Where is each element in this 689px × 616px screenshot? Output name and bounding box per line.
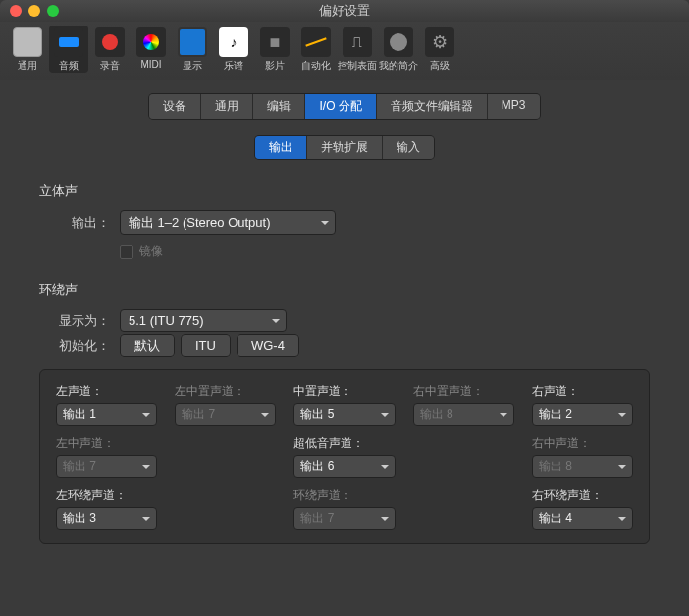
automation-icon — [301, 27, 331, 57]
toolbar-label: 录音 — [100, 59, 120, 73]
channel-select[interactable]: 输出 5 — [293, 403, 395, 426]
advanced-icon: ⚙ — [425, 27, 454, 57]
surface-icon: ⎍ — [343, 27, 372, 57]
channel-12: 环绕声道：输出 7 — [293, 488, 395, 530]
channel-5: 左中声道：输出 7 — [56, 436, 157, 478]
channel-select: 输出 7 — [293, 507, 395, 530]
showas-select[interactable]: 5.1 (ITU 775) — [120, 309, 287, 332]
toolbar-label: 显示 — [183, 59, 202, 73]
tab-main-0[interactable]: 设备 — [149, 94, 201, 119]
channel-select: 输出 7 — [175, 403, 276, 426]
subtabs-io: 输出并轨扩展输入 — [255, 136, 434, 159]
channel-label: 右中声道： — [532, 436, 633, 452]
display-icon — [178, 27, 207, 57]
toolbar-label: 自动化 — [301, 59, 331, 73]
init-buttons: 默认ITUWG-4 — [120, 337, 299, 355]
window-title: 偏好设置 — [0, 2, 689, 20]
stereo-output-select[interactable]: 输出 1–2 (Stereo Output) — [120, 210, 336, 235]
preferences-window: 偏好设置 通用音频录音MIDI显示♪乐谱■影片自动化⎍控制表面我的简介⚙高级 设… — [0, 0, 689, 616]
channel-3: 右中置声道：输出 8 — [413, 384, 514, 426]
channel-10: 左环绕声道：输出 3 — [56, 488, 157, 530]
tab-main-1[interactable]: 通用 — [201, 94, 253, 119]
titlebar: 偏好设置 — [0, 0, 689, 22]
channel-select: 输出 8 — [532, 455, 633, 478]
toolbar-item-record[interactable]: 录音 — [90, 26, 130, 73]
toolbar-item-surface[interactable]: ⎍控制表面 — [338, 26, 377, 73]
tab-main-4[interactable]: 音频文件编辑器 — [377, 94, 488, 119]
toolbar-item-profile[interactable]: 我的简介 — [379, 26, 418, 73]
tab-io-1[interactable]: 并轨扩展 — [307, 136, 383, 159]
stereo-output-row: 输出： 输出 1–2 (Stereo Output) — [39, 210, 650, 235]
toolbar-label: 通用 — [18, 59, 37, 73]
channel-4: 右声道：输出 2 — [532, 384, 633, 426]
audio-icon — [54, 27, 83, 57]
toolbar-item-score[interactable]: ♪乐谱 — [214, 26, 253, 73]
toolbar-label: 我的简介 — [379, 59, 418, 73]
channel-label: 右声道： — [532, 384, 633, 400]
tabrow-sub: 输出并轨扩展输入 — [0, 136, 689, 159]
channel-label: 左声道： — [56, 384, 157, 400]
general-icon — [13, 27, 42, 57]
channel-select: 输出 7 — [56, 455, 157, 478]
toolbar-label: 高级 — [430, 59, 450, 73]
tab-io-2[interactable]: 输入 — [383, 136, 434, 159]
toolbar-label: MIDI — [140, 59, 161, 70]
channel-14: 右环绕声道：输出 4 — [532, 488, 633, 530]
mirror-label: 镜像 — [139, 243, 163, 260]
channel-select: 输出 8 — [413, 403, 514, 426]
init-button-0[interactable]: 默认 — [120, 334, 175, 357]
channel-label: 左中声道： — [56, 436, 157, 452]
content: 立体声 输出： 输出 1–2 (Stereo Output) 镜像 环绕声 显示… — [0, 159, 689, 616]
init-button-1[interactable]: ITU — [181, 334, 231, 357]
init-label: 初始化： — [39, 337, 110, 355]
channel-label: 超低音声道： — [293, 436, 395, 452]
record-icon — [95, 27, 125, 57]
tab-main-5[interactable]: MP3 — [488, 94, 540, 119]
init-row: 初始化： 默认ITUWG-4 — [39, 337, 650, 355]
score-icon: ♪ — [219, 27, 248, 57]
channel-1: 左中置声道：输出 7 — [175, 384, 276, 426]
subtabs-main: 设备通用编辑I/O 分配音频文件编辑器MP3 — [149, 94, 539, 119]
mirror-row: 镜像 — [120, 243, 650, 260]
channel-label: 左环绕声道： — [56, 488, 157, 504]
channel-assignment-box: 左声道：输出 1左中置声道：输出 7中置声道：输出 5右中置声道：输出 8右声道… — [39, 369, 650, 544]
channel-label: 右中置声道： — [413, 384, 514, 400]
toolbar-item-advanced[interactable]: ⚙高级 — [420, 26, 459, 73]
showas-label: 显示为： — [39, 312, 110, 330]
mirror-checkbox[interactable] — [120, 245, 133, 259]
channel-7: 超低音声道：输出 6 — [293, 436, 395, 478]
channel-grid: 左声道：输出 1左中置声道：输出 7中置声道：输出 5右中置声道：输出 8右声道… — [56, 384, 633, 530]
init-button-2[interactable]: WG-4 — [237, 334, 299, 357]
toolbar-label: 控制表面 — [338, 59, 377, 73]
showas-row: 显示为： 5.1 (ITU 775) — [39, 309, 650, 332]
profile-icon — [384, 27, 413, 57]
toolbar-item-display[interactable]: 显示 — [173, 26, 212, 73]
movie-icon: ■ — [260, 27, 290, 57]
channel-2: 中置声道：输出 5 — [293, 384, 395, 426]
channel-select[interactable]: 输出 2 — [532, 403, 633, 426]
tab-io-0[interactable]: 输出 — [255, 136, 307, 159]
tab-main-2[interactable]: 编辑 — [253, 94, 305, 119]
channel-label: 环绕声道： — [293, 488, 395, 504]
channel-select[interactable]: 输出 3 — [56, 507, 157, 530]
toolbar-label: 影片 — [265, 59, 285, 73]
toolbar: 通用音频录音MIDI显示♪乐谱■影片自动化⎍控制表面我的简介⚙高级 — [0, 22, 689, 80]
toolbar-item-audio[interactable]: 音频 — [49, 26, 88, 73]
channel-select[interactable]: 输出 6 — [293, 455, 395, 478]
channel-0: 左声道：输出 1 — [56, 384, 157, 426]
channel-label: 右环绕声道： — [532, 488, 633, 504]
toolbar-item-movie[interactable]: ■影片 — [255, 26, 294, 73]
channel-select[interactable]: 输出 1 — [56, 403, 157, 426]
midi-icon — [136, 27, 166, 57]
toolbar-item-midi[interactable]: MIDI — [132, 26, 171, 70]
surround-section-title: 环绕声 — [39, 282, 650, 299]
channel-label: 中置声道： — [293, 384, 395, 400]
toolbar-label: 音频 — [59, 59, 79, 73]
toolbar-item-automation[interactable]: 自动化 — [296, 26, 336, 73]
tab-main-3[interactable]: I/O 分配 — [305, 94, 376, 119]
channel-select[interactable]: 输出 4 — [532, 507, 633, 530]
channel-label: 左中置声道： — [175, 384, 276, 400]
toolbar-item-general[interactable]: 通用 — [8, 26, 47, 73]
toolbar-label: 乐谱 — [224, 59, 243, 73]
tabrow-main: 设备通用编辑I/O 分配音频文件编辑器MP3 — [0, 94, 689, 119]
